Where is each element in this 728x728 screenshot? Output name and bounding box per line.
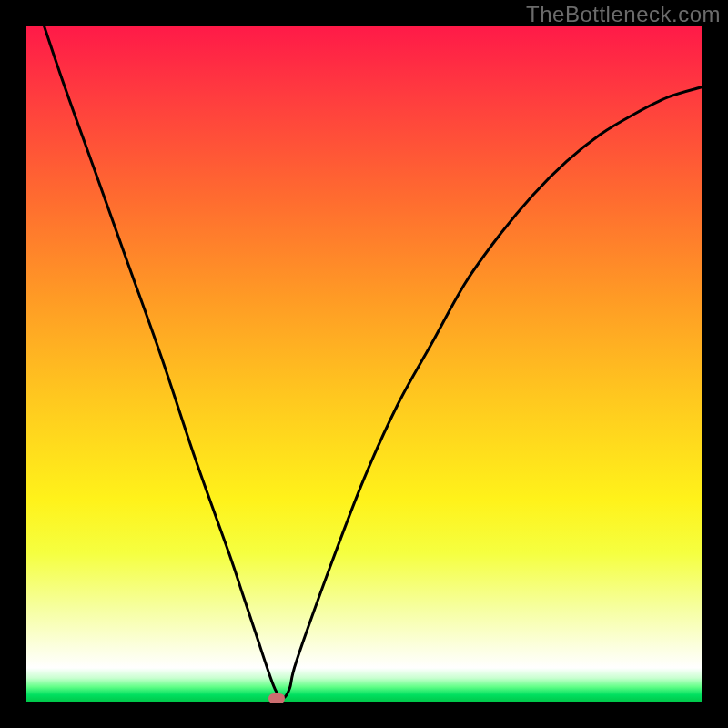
- chart-frame: TheBottleneck.com: [0, 0, 728, 728]
- minimum-marker: [268, 693, 285, 703]
- watermark-text: TheBottleneck.com: [526, 2, 721, 27]
- bottleneck-curve: [26, 26, 702, 702]
- plot-area: [26, 26, 702, 702]
